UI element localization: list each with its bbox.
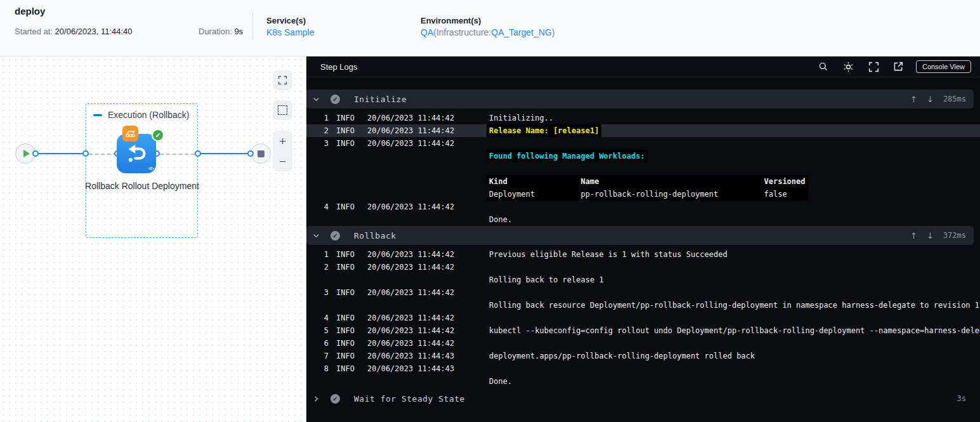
section-title: Initialize: [354, 95, 407, 104]
scroll-to-top-icon[interactable]: ↑: [910, 231, 917, 241]
section-success-icon: ✓: [330, 231, 340, 241]
log-timestamp: 20/06/2023 11:44:42: [367, 324, 454, 337]
log-message: Release Name: [release1]: [487, 124, 601, 137]
service-link[interactable]: K8s Sample: [266, 27, 314, 37]
log-message: Kind Name Versioned: [487, 175, 808, 188]
log-message: Deployment pp-rollback-rolling-deploymen…: [487, 188, 808, 201]
log-timestamp: 20/06/2023 11:44:43: [367, 362, 454, 375]
log-timestamp: 20/06/2023 11:44:42: [367, 112, 454, 124]
section-duration: 372ms: [943, 231, 966, 240]
log-level: INFO: [336, 112, 355, 124]
log-line-number: 3: [306, 137, 329, 150]
log-section-header[interactable]: ✓Rollback↑↓372ms: [306, 226, 974, 245]
log-row: Rolling back to release 1: [306, 274, 980, 286]
canvas-zoom-controls: + −: [273, 131, 292, 171]
canvas-marquee-select-button[interactable]: [273, 100, 292, 120]
zoom-out-button[interactable]: −: [273, 155, 292, 168]
rollback-arrow-icon: [124, 141, 149, 166]
log-level: INFO: [336, 124, 355, 137]
step-node-label: Rollback Rollout Deployment: [79, 180, 205, 193]
zoom-in-button[interactable]: +: [273, 135, 292, 147]
canvas-fullscreen-button[interactable]: [273, 70, 292, 90]
log-level: INFO: [336, 362, 355, 375]
execution-group-label: Execution (Rollback): [108, 110, 189, 120]
services-label: Service(s): [266, 16, 306, 25]
section-title: Rollback: [354, 231, 396, 241]
environment-link[interactable]: QA(Infrastructure:QA_Target_NG): [421, 27, 555, 37]
log-level: INFO: [336, 248, 355, 261]
section-success-icon: ✓: [330, 394, 340, 404]
log-level: INFO: [336, 350, 355, 362]
scroll-to-bottom-icon[interactable]: ↓: [927, 95, 934, 104]
log-fullscreen-icon[interactable]: [868, 62, 879, 72]
log-timestamp: 20/06/2023 11:44:42: [367, 337, 454, 350]
started-at: Started at: 20/06/2023, 11:44:40: [15, 27, 133, 36]
log-timestamp: 20/06/2023 11:44:42: [367, 261, 454, 274]
collapse-group-icon[interactable]: [93, 114, 102, 116]
log-row: 6INFO20/06/2023 11:44:42: [306, 337, 980, 350]
log-line-number: 3: [306, 286, 329, 299]
started-at-label: Started at:: [15, 27, 53, 36]
log-row: 8INFO20/06/2023 11:44:43: [306, 362, 980, 375]
log-section-header[interactable]: ✓Wait for Steady State3s: [306, 388, 974, 409]
log-line-number: 2: [306, 261, 329, 274]
rollout-icon: [125, 128, 136, 139]
log-scroll-area[interactable]: ✓Initialize↑↓285ms1INFO20/06/2023 11:44:…: [306, 77, 980, 422]
header-divider: [252, 13, 253, 39]
chevron-down-icon[interactable]: [311, 95, 320, 103]
pipeline-graph-canvas[interactable]: Execution (Rollback) </>: [0, 56, 306, 422]
connector-dot: [195, 150, 201, 157]
log-row: 4INFO20/06/2023 11:44:42: [306, 312, 980, 324]
log-search-icon[interactable]: [818, 62, 828, 72]
connector-dot: [247, 150, 254, 157]
section-duration: 3s: [957, 394, 966, 403]
log-message: Done.: [489, 375, 512, 388]
console-view-button[interactable]: Console View: [916, 60, 971, 73]
duration-value: 9s: [234, 27, 243, 36]
log-line-number: 2: [306, 124, 329, 137]
execution-header: deploy Started at: 20/06/2023, 11:44:40 …: [0, 0, 980, 56]
log-message: deployment.apps/pp-rollback-rolling-depl…: [489, 350, 755, 362]
section-title: Wait for Steady State: [354, 394, 465, 404]
log-message: Done.: [489, 213, 512, 226]
log-timestamp: 20/06/2023 11:44:42: [367, 248, 454, 261]
log-level: INFO: [336, 286, 355, 299]
marquee-icon: [278, 105, 287, 115]
log-line-number: 1: [306, 112, 329, 124]
log-level: INFO: [336, 261, 355, 274]
log-line-number: 1: [306, 248, 329, 261]
log-timestamp: 20/06/2023 11:44:42: [367, 312, 454, 324]
open-in-new-tab-icon[interactable]: [893, 62, 903, 72]
log-level: INFO: [336, 312, 355, 324]
step-logs-header: Step Logs Console View: [306, 56, 980, 77]
fullscreen-icon: [278, 76, 287, 85]
step-logs-title: Step Logs: [320, 62, 358, 72]
connector-dot: [82, 150, 89, 157]
execution-group-header: Execution (Rollback): [93, 110, 189, 120]
log-line-number: 4: [306, 201, 329, 213]
chevron-right-icon[interactable]: [311, 394, 320, 403]
log-row: [306, 162, 980, 175]
connector-dot: [32, 150, 39, 157]
log-section-header[interactable]: ✓Initialize↑↓285ms: [306, 89, 974, 109]
code-glyph: </>: [148, 166, 154, 171]
log-row: Deployment pp-rollback-rolling-deploymen…: [306, 188, 980, 201]
log-line-number: 5: [306, 324, 329, 337]
log-message: kubectl --kubeconfig=config rollout undo…: [489, 324, 980, 337]
log-settings-gear-icon[interactable]: [842, 61, 854, 73]
log-message: Rolling back to release 1: [489, 274, 604, 286]
log-timestamp: 20/06/2023 11:44:42: [367, 137, 454, 150]
log-row: 5INFO20/06/2023 11:44:42kubectl --kubeco…: [306, 324, 980, 337]
chevron-down-icon[interactable]: [311, 231, 320, 240]
log-message: Rolling back resource Deployment/pp-roll…: [489, 299, 979, 312]
edge-step-to-group: [160, 154, 195, 155]
log-timestamp: 20/06/2023 11:44:42: [367, 286, 454, 299]
scroll-to-top-icon[interactable]: ↑: [910, 95, 917, 104]
log-row: Kind Name Versioned: [306, 175, 980, 188]
log-timestamp: 20/06/2023 11:44:42: [367, 124, 454, 137]
edge-group-to-step: [89, 154, 117, 155]
rollout-strategy-badge-icon[interactable]: [122, 126, 138, 142]
scroll-to-bottom-icon[interactable]: ↓: [927, 231, 934, 241]
pipeline-execution-page: deploy Started at: 20/06/2023, 11:44:40 …: [0, 0, 980, 422]
log-row: Rolling back resource Deployment/pp-roll…: [306, 299, 980, 312]
